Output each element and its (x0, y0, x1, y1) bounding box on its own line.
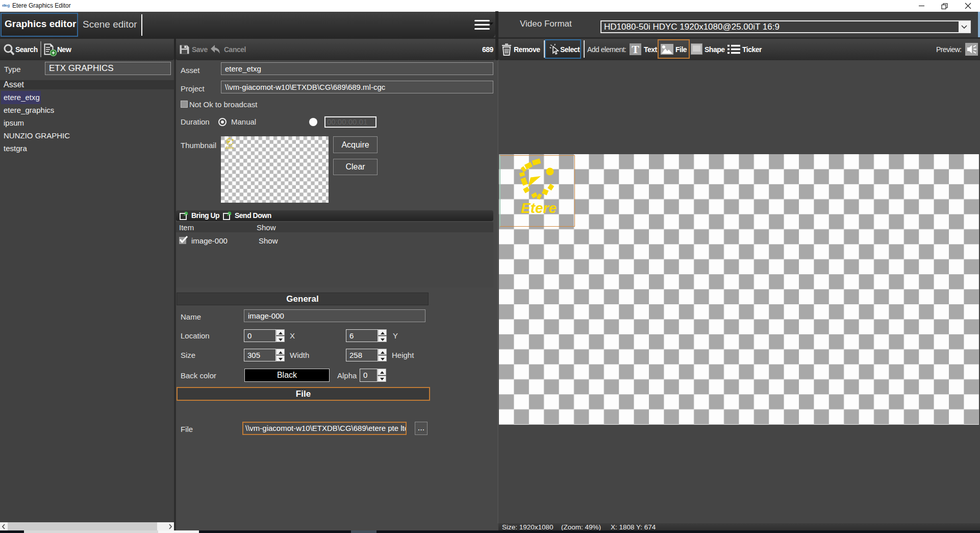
svg-text:Etere: Etere (521, 200, 557, 216)
svg-text:Etere: Etere (226, 146, 234, 150)
